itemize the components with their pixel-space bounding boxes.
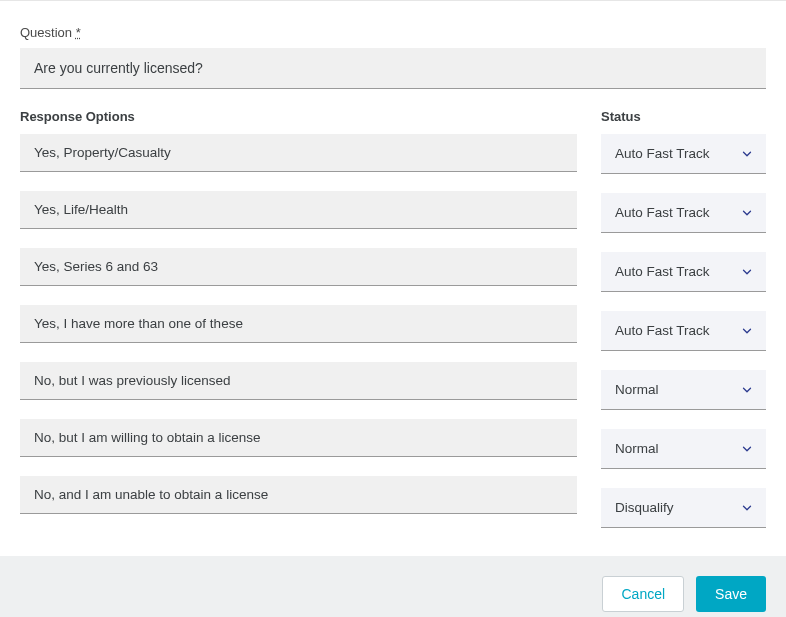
- status-header: Status: [601, 109, 766, 124]
- cancel-button[interactable]: Cancel: [602, 576, 684, 612]
- response-option-input[interactable]: [20, 362, 577, 400]
- status-select[interactable]: Auto Fast Track: [601, 193, 766, 233]
- status-select-value: Normal: [615, 382, 659, 397]
- status-select[interactable]: Auto Fast Track: [601, 134, 766, 174]
- response-options-header: Response Options: [20, 109, 577, 124]
- question-label-text: Question: [20, 25, 72, 40]
- response-option-input[interactable]: [20, 134, 577, 172]
- status-select-value: Auto Fast Track: [615, 146, 710, 161]
- question-label: Question *: [20, 25, 766, 40]
- status-select[interactable]: Normal: [601, 370, 766, 410]
- response-option-input[interactable]: [20, 476, 577, 514]
- footer: Cancel Save: [0, 556, 786, 617]
- status-select-value: Auto Fast Track: [615, 323, 710, 338]
- save-button[interactable]: Save: [696, 576, 766, 612]
- status-select[interactable]: Auto Fast Track: [601, 311, 766, 351]
- response-option-input[interactable]: [20, 419, 577, 457]
- status-select[interactable]: Disqualify: [601, 488, 766, 528]
- chevron-down-icon: [740, 324, 754, 338]
- status-select-value: Auto Fast Track: [615, 264, 710, 279]
- status-select[interactable]: Auto Fast Track: [601, 252, 766, 292]
- chevron-down-icon: [740, 206, 754, 220]
- response-option-input[interactable]: [20, 305, 577, 343]
- chevron-down-icon: [740, 265, 754, 279]
- status-select-value: Normal: [615, 441, 659, 456]
- required-marker: *: [76, 25, 81, 40]
- status-select[interactable]: Normal: [601, 429, 766, 469]
- status-select-value: Auto Fast Track: [615, 205, 710, 220]
- chevron-down-icon: [740, 147, 754, 161]
- chevron-down-icon: [740, 383, 754, 397]
- status-select-value: Disqualify: [615, 500, 674, 515]
- response-option-input[interactable]: [20, 248, 577, 286]
- chevron-down-icon: [740, 501, 754, 515]
- question-input[interactable]: [20, 48, 766, 89]
- response-option-input[interactable]: [20, 191, 577, 229]
- chevron-down-icon: [740, 442, 754, 456]
